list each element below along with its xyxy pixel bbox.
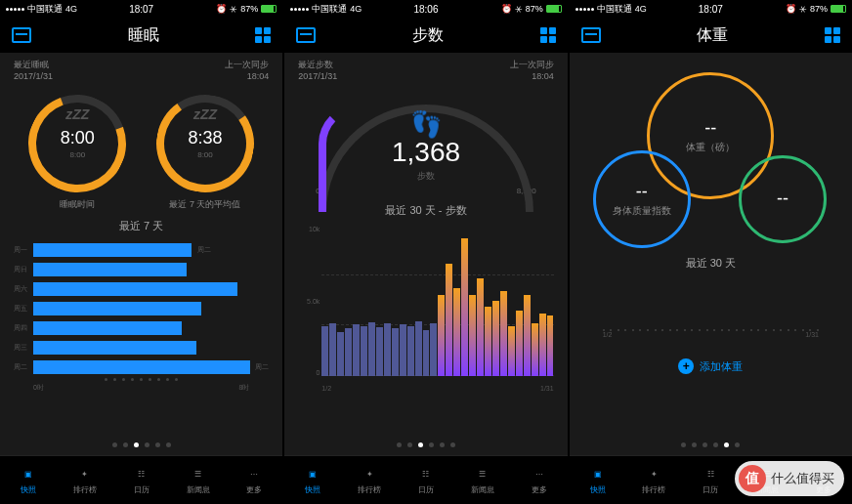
- chart-title: 最近 7 天: [14, 219, 269, 233]
- tab-bar: ▣快照 ✦排行榜 ☷日历 ☰新闻息 ⋯更多: [284, 455, 567, 504]
- status-time: 18:07: [699, 4, 723, 15]
- tab-snapshot[interactable]: ▣快照: [284, 456, 341, 504]
- tab-snapshot[interactable]: ▣快照: [0, 456, 57, 504]
- screen-sleep: 中国联通4G 18:07 ⏰⚹87% 睡眠 最近睡眠2017/1/31 上一次同…: [0, 0, 282, 504]
- bmi-circle[interactable]: --身体质量指数: [593, 150, 691, 248]
- page-title: 步数: [412, 25, 444, 46]
- pager[interactable]: [284, 435, 567, 455]
- pager[interactable]: [570, 435, 852, 455]
- screen-weight: 中国联通4G 18:07 ⏰⚹87% 体重 --体重（磅） --身体质量指数 -…: [570, 0, 852, 504]
- header: 体重: [570, 18, 852, 53]
- tab-snapshot[interactable]: ▣快照: [570, 456, 626, 504]
- tab-more[interactable]: ⋯更多: [511, 456, 568, 504]
- weight-30day-chart[interactable]: 1/21/31: [583, 329, 838, 349]
- tab-more[interactable]: ⋯更多: [226, 456, 282, 504]
- sleep-time-gauge[interactable]: zZZ 8:008:00: [28, 95, 126, 192]
- status-bar: 中国联通4G 18:06 ⏰⚹87%: [284, 0, 567, 18]
- page-title: 睡眠: [128, 25, 159, 46]
- header: 步数: [284, 18, 567, 53]
- grid-icon[interactable]: [540, 27, 556, 43]
- steps-gauge[interactable]: 👣 1,368 步数: [298, 95, 553, 183]
- screen-steps: 中国联通4G 18:06 ⏰⚹87% 步数 最近步数2017/1/31 上一次同…: [284, 0, 567, 504]
- chart-title: 最近 30 天: [583, 256, 838, 271]
- bodyfat-circle[interactable]: --: [739, 155, 827, 243]
- tab-ranking[interactable]: ✦排行榜: [626, 456, 683, 504]
- add-weight-button[interactable]: + 添加体重: [583, 358, 838, 374]
- tab-news[interactable]: ☰新闻息: [454, 456, 511, 504]
- sleep-summary: zZZ 8:008:00 睡眠时间 zZZ 8:388:00 最近 7 天的平均…: [14, 95, 269, 211]
- tab-calendar[interactable]: ☷日历: [398, 456, 454, 504]
- inbox-icon[interactable]: [296, 27, 316, 43]
- watermark: 值什么值得买: [735, 461, 844, 496]
- grid-icon[interactable]: [825, 27, 840, 43]
- status-bar: 中国联通4G 18:07 ⏰⚹87%: [0, 0, 282, 18]
- sleep-avg-gauge[interactable]: zZZ 8:388:00: [156, 95, 254, 192]
- pager[interactable]: [0, 435, 282, 455]
- status-time: 18:07: [129, 4, 153, 15]
- weight-summary: --体重（磅） --身体质量指数 --: [583, 72, 838, 248]
- status-bar: 中国联通4G 18:07 ⏰⚹87%: [570, 0, 852, 18]
- tab-ranking[interactable]: ✦排行榜: [341, 456, 398, 504]
- inbox-icon[interactable]: [581, 27, 601, 43]
- subheader: 最近步数2017/1/31 上一次同步18:04: [284, 53, 567, 87]
- steps-30day-chart[interactable]: 10k5.0k0 1/21/31: [298, 226, 553, 392]
- tab-news[interactable]: ☰新闻息: [170, 456, 227, 504]
- feet-icon: 👣: [410, 109, 442, 140]
- page-title: 体重: [697, 25, 728, 46]
- status-time: 18:06: [413, 4, 438, 15]
- tab-calendar[interactable]: ☷日历: [113, 456, 170, 504]
- tab-bar: ▣快照 ✦排行榜 ☷日历 ☰新闻息 ⋯更多: [0, 455, 282, 504]
- header: 睡眠: [0, 18, 282, 53]
- plus-icon: +: [678, 358, 694, 374]
- grid-icon[interactable]: [255, 27, 271, 43]
- tab-calendar[interactable]: ☷日历: [682, 456, 739, 504]
- subheader: 最近睡眠2017/1/31 上一次同步18:04: [0, 53, 282, 87]
- tab-ranking[interactable]: ✦排行榜: [57, 456, 113, 504]
- inbox-icon[interactable]: [12, 27, 31, 43]
- sleep-7day-chart[interactable]: 周一周二 周日 周六 周五 周四 周三 周二周二 0时8时: [14, 241, 269, 388]
